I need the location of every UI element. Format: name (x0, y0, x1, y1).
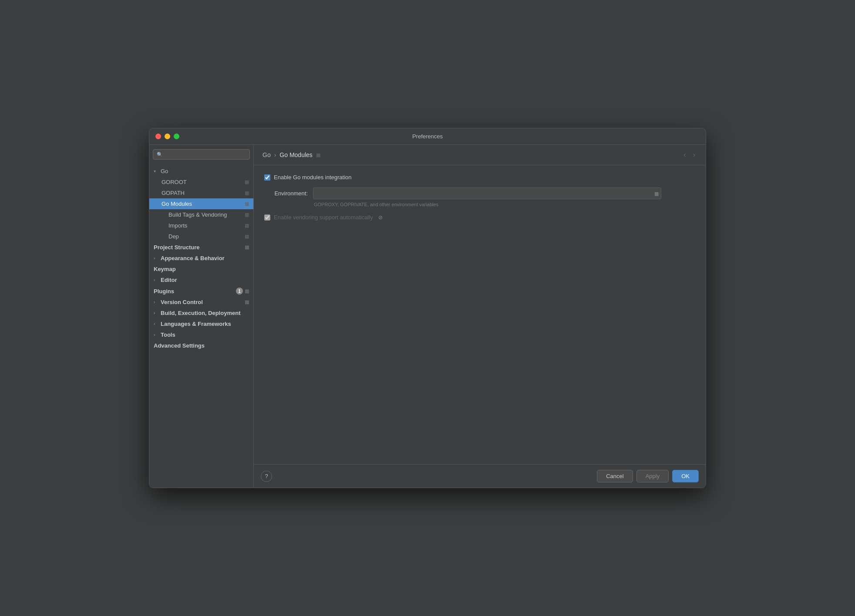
doc-icon: ▦ (245, 244, 249, 250)
sidebar-item-plugins[interactable]: Plugins 1 ▦ (149, 285, 253, 297)
sidebar-item-label: GOROOT (162, 179, 187, 185)
sidebar-item-label: Dep (168, 233, 179, 240)
search-icon: 🔍 (157, 152, 163, 157)
sidebar-item-label: Appearance & Behavior (161, 255, 225, 261)
back-button[interactable]: ‹ (682, 150, 687, 160)
action-buttons: Cancel Apply OK (597, 470, 699, 482)
chevron-down-icon: ▾ (154, 169, 159, 174)
sidebar-item-build-exec[interactable]: › Build, Execution, Deployment (149, 308, 253, 318)
doc-icon: ▦ (245, 190, 249, 196)
sidebar-item-label: GOPATH (162, 190, 185, 196)
sidebar-item-editor[interactable]: › Editor (149, 275, 253, 285)
sidebar-item-version-control[interactable]: › Version Control ▦ (149, 297, 253, 308)
titlebar: Preferences (149, 128, 706, 145)
sidebar-item-go-modules[interactable]: Go Modules ▦ (149, 198, 253, 209)
help-button[interactable]: ? (261, 471, 272, 482)
sidebar-item-appearance[interactable]: › Appearance & Behavior (149, 253, 253, 264)
window-title: Preferences (412, 133, 443, 140)
enable-modules-row: Enable Go modules integration (264, 174, 695, 181)
minimize-button[interactable] (165, 134, 170, 139)
main-content: 🔍 ▾ Go GOROOT ▦ GOPATH ▦ (149, 145, 706, 488)
breadcrumb: Go › Go Modules ▦ (263, 151, 320, 158)
doc-icon: ▦ (245, 179, 249, 185)
sidebar: 🔍 ▾ Go GOROOT ▦ GOPATH ▦ (149, 145, 254, 488)
chevron-right-icon: › (154, 256, 159, 261)
environment-label: Environment: (264, 190, 308, 197)
help-icon[interactable]: ⊘ (378, 214, 383, 221)
window-controls (155, 134, 179, 139)
doc-icon: ▦ (245, 223, 249, 228)
sidebar-item-label: Build, Execution, Deployment (161, 310, 240, 316)
sidebar-item-keymap[interactable]: Keymap (149, 264, 253, 275)
preferences-window: Preferences 🔍 ▾ Go GOROOT ▦ (149, 128, 706, 488)
sidebar-item-gopath[interactable]: GOPATH ▦ (149, 187, 253, 198)
environment-input-wrapper: ▦ (313, 187, 661, 199)
vendoring-text: Enable vendoring support automatically (274, 214, 373, 221)
maximize-button[interactable] (174, 134, 179, 139)
vendoring-label: Enable vendoring support automatically ⊘ (264, 214, 383, 221)
chevron-right-icon: › (154, 332, 159, 337)
sidebar-item-label: Project Structure (154, 244, 199, 251)
sidebar-item-label: Advanced Settings (154, 342, 205, 349)
sidebar-item-advanced-settings[interactable]: Advanced Settings (149, 340, 253, 351)
sidebar-item-label: Imports (168, 222, 187, 229)
panel-header: Go › Go Modules ▦ ‹ › (254, 145, 706, 165)
sidebar-item-tools[interactable]: › Tools (149, 329, 253, 340)
apply-button[interactable]: Apply (636, 470, 669, 482)
doc-icon: ▦ (245, 288, 249, 294)
sidebar-item-imports[interactable]: Imports ▦ (149, 220, 253, 231)
navigation-arrows: ‹ › (682, 150, 697, 160)
doc-icon: ▦ (245, 299, 249, 305)
breadcrumb-doc-icon: ▦ (316, 152, 320, 158)
environment-input[interactable] (313, 187, 661, 199)
environment-hint: GOPROXY, GOPRIVATE, and other environmen… (314, 202, 695, 207)
doc-icon: ▦ (245, 201, 249, 207)
close-button[interactable] (155, 134, 161, 139)
search-box[interactable]: 🔍 (153, 149, 250, 160)
chevron-right-icon: › (154, 321, 159, 326)
sidebar-item-goroot[interactable]: GOROOT ▦ (149, 177, 253, 187)
enable-modules-text: Enable Go modules integration (274, 174, 352, 181)
doc-icon: ▦ (245, 234, 249, 239)
enable-modules-label[interactable]: Enable Go modules integration (264, 174, 352, 181)
environment-row: Environment: ▦ (264, 187, 695, 199)
sidebar-item-label: Go (161, 168, 168, 174)
chevron-right-icon: › (154, 300, 159, 305)
sidebar-item-label: Keymap (154, 266, 176, 272)
sidebar-item-label: Build Tags & Vendoring (168, 211, 227, 218)
chevron-right-icon: › (154, 311, 159, 315)
vendoring-row: Enable vendoring support automatically ⊘ (264, 214, 695, 221)
bottom-bar: ? Cancel Apply OK (254, 464, 706, 488)
forward-button[interactable]: › (691, 150, 697, 160)
sidebar-item-label: Version Control (161, 299, 203, 305)
enable-modules-checkbox[interactable] (264, 174, 270, 181)
plugins-badge: 1 (236, 288, 243, 295)
search-input[interactable] (165, 151, 246, 157)
sidebar-item-project-structure[interactable]: Project Structure ▦ (149, 242, 253, 253)
nav-items: ▾ Go GOROOT ▦ GOPATH ▦ Go Modules ▦ (149, 164, 253, 488)
cancel-button[interactable]: Cancel (597, 470, 633, 482)
sidebar-item-label: Tools (161, 331, 175, 338)
sidebar-item-label: Languages & Frameworks (161, 321, 231, 327)
vendoring-checkbox (264, 214, 270, 221)
sidebar-item-label: Go Modules (162, 201, 192, 207)
plugins-icons: 1 ▦ (236, 288, 249, 295)
environment-edit-button[interactable]: ▦ (653, 190, 660, 197)
sidebar-item-go[interactable]: ▾ Go (149, 166, 253, 177)
chevron-right-icon: › (154, 278, 159, 282)
doc-icon: ▦ (245, 212, 249, 218)
breadcrumb-parent: Go (263, 151, 271, 158)
sidebar-item-label: Plugins (154, 288, 174, 295)
sidebar-item-build-tags[interactable]: Build Tags & Vendoring ▦ (149, 209, 253, 220)
panel-content: Enable Go modules integration Environmen… (254, 165, 706, 464)
ok-button[interactable]: OK (672, 470, 699, 482)
sidebar-item-label: Editor (161, 277, 177, 283)
breadcrumb-separator: › (274, 151, 276, 158)
sidebar-item-dep[interactable]: Dep ▦ (149, 231, 253, 242)
sidebar-item-languages[interactable]: › Languages & Frameworks (149, 318, 253, 329)
breadcrumb-current: Go Modules (279, 151, 312, 158)
main-panel: Go › Go Modules ▦ ‹ › Enable Go modules … (254, 145, 706, 488)
